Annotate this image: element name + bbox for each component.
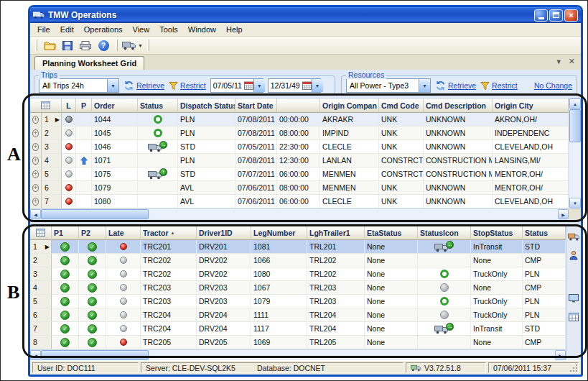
order-row-1044[interactable]: +1▶1044PLN07/08/201100:00:00AKRAKRUNKUNK… (30, 113, 569, 127)
order-row-1080[interactable]: +71080AVL07/06/201106:00:00CLECLEUNKUNKN… (30, 195, 569, 208)
column-p[interactable]: P (76, 98, 92, 113)
truck-menu-button[interactable]: ▼ (122, 38, 143, 53)
scrollbar-thumb[interactable] (569, 109, 581, 142)
column-driver1id[interactable]: Driver1ID (197, 226, 251, 240)
column-status[interactable]: Status (138, 98, 178, 113)
menu-edit[interactable]: Edit (55, 24, 79, 35)
scroll-down-icon[interactable]: ▼ (569, 198, 581, 208)
trip-row-TRC205-1069[interactable]: 8✓✓TRC205DRV2051069TRL205NoneNoneCMP (30, 336, 566, 349)
chevron-down-icon[interactable]: ▼ (253, 79, 265, 92)
scrollbar-thumb[interactable] (41, 209, 149, 219)
green-ring-icon (154, 115, 162, 124)
trip-row-TRC204-1111[interactable]: 6✓✓TRC204DRV2041111TRL204NoneTruckOnlyPL… (30, 308, 566, 322)
expand-button[interactable]: + (30, 113, 42, 127)
print-button[interactable] (78, 38, 93, 53)
driver-icon[interactable] (567, 249, 580, 262)
server-text: Server: CLE-DEV-SQL2K5 (146, 364, 235, 372)
resources-restrict-link[interactable]: Restrict (480, 81, 518, 91)
trip-row-TRC204-1117[interactable]: 7✓✓TRC204DRV2041117TRL204None→InTransitS… (30, 322, 566, 336)
grid-a-vertical-scrollbar[interactable]: ▲ ▼ (569, 98, 581, 208)
no-change-link[interactable]: No Change (534, 81, 572, 90)
column-status[interactable]: Status (523, 226, 566, 240)
column-etastatus[interactable]: EtaStatus (365, 226, 418, 240)
open-button[interactable] (42, 38, 57, 53)
scroll-right-icon[interactable]: ▶ (558, 209, 569, 219)
column-start-time[interactable] (277, 98, 320, 113)
column-cmd-description[interactable]: Cmd Description (424, 98, 493, 113)
order-row-1071[interactable]: +41071PLN07/08/201112:30:00LANLANCONSTRC… (30, 154, 569, 167)
trips-filter-select[interactable]: All Trips 24h ▼ (39, 78, 119, 93)
column-legnumber[interactable]: LegNumber (251, 226, 307, 240)
order-row-1046[interactable]: +31046→STD07/05/201122:30:00CLECLEUNKUNK… (30, 140, 569, 154)
expand-button[interactable]: + (30, 195, 42, 208)
row-number: 3 (42, 140, 62, 154)
resources-retrieve-link[interactable]: Retrieve (435, 81, 476, 91)
column-origin-city[interactable]: Origin City (493, 98, 569, 113)
trips-restrict-link[interactable]: Restrict (169, 81, 206, 91)
chevron-down-icon[interactable]: ▼ (312, 79, 323, 92)
scroll-left-icon[interactable]: ◀ (30, 350, 41, 360)
column-p1[interactable]: P1 (52, 226, 79, 240)
column-order[interactable]: Order (92, 98, 138, 113)
maximize-button[interactable] (549, 9, 563, 22)
scrollbar-thumb[interactable] (41, 350, 149, 360)
column-origin-company[interactable]: Origin Compan (320, 98, 379, 113)
chevron-down-icon[interactable]: ▼ (107, 79, 118, 92)
minimize-button[interactable] (534, 9, 548, 22)
scroll-left-icon[interactable]: ◀ (30, 209, 41, 219)
trip-row-TRC202-1080[interactable]: 3✓✓TRC202DRV2021080TRL202NoneTruckOnlyPL… (30, 267, 566, 281)
order-row-1045[interactable]: +21045PLN07/08/201108:00:00IMPINDUNKUNKN… (30, 127, 569, 140)
trip-row-TRC203-1067[interactable]: 4✓✓TRC203DRV2031067TRL203NoneNoneCMP (30, 281, 566, 295)
select-all-button[interactable] (30, 226, 52, 240)
close-button[interactable]: × (564, 9, 578, 22)
resources-filter-select[interactable]: All Power - Type3 ▼ (346, 78, 431, 93)
trips-retrieve-link[interactable]: Retrieve (123, 81, 164, 91)
trip-row-TRC201-1081[interactable]: 1▶✓✓TRC201DRV2011081TRL201None→InTransit… (30, 240, 566, 254)
end-date-picker[interactable]: 12/31/49 ▼ (268, 78, 321, 93)
resize-grip[interactable] (576, 370, 577, 372)
column-lghtrailer1[interactable]: LghTrailer1 (307, 226, 365, 240)
column-late[interactable]: Late (106, 226, 141, 240)
tab-close-icon[interactable]: ✕ (569, 57, 575, 66)
menu-operations[interactable]: Operations (79, 24, 128, 35)
menu-help[interactable]: Help (221, 24, 248, 35)
expand-button[interactable]: + (30, 140, 42, 154)
help-button[interactable]: ? (95, 38, 111, 53)
column-p2[interactable]: P2 (79, 226, 106, 240)
stopstatus-cell: TruckOnly (471, 267, 523, 281)
assign-truck-icon[interactable] (567, 230, 580, 243)
order-row-1075[interactable]: +51075↑STD07/07/201106:00:00MENMENCONSTR… (30, 167, 569, 181)
menu-view[interactable]: View (128, 24, 155, 35)
expand-button[interactable]: + (30, 181, 42, 195)
expand-button[interactable]: + (30, 154, 42, 167)
column-l[interactable]: L (62, 98, 76, 113)
column-statusicon[interactable]: StatusIcon (418, 226, 471, 240)
scroll-right-icon[interactable]: ▶ (555, 350, 566, 360)
column-tractor[interactable]: Tractor▲ (141, 226, 197, 240)
menu-window[interactable]: Window (183, 24, 221, 35)
column-cmd-code[interactable]: Cmd Code (379, 98, 424, 113)
column-start-date[interactable]: Start Date (235, 98, 277, 113)
column-stopstatus[interactable]: StopStatus (471, 226, 523, 240)
save-button[interactable] (60, 38, 75, 53)
menu-tools[interactable]: Tools (154, 24, 183, 35)
menu-file[interactable]: File (32, 24, 55, 35)
column-dispatch-status[interactable]: Dispatch Status (178, 98, 235, 113)
grid-b-horizontal-scrollbar[interactable]: ◀ ▶ (30, 349, 566, 360)
trip-row-TRC202-1066[interactable]: 2✓✓TRC202DRV2021066TRL202NoneNoneCMP (30, 254, 566, 267)
select-all-button[interactable] (30, 98, 62, 113)
late-cell (106, 308, 141, 322)
monitor-icon[interactable] (567, 292, 580, 305)
status-cell: PLN (523, 308, 566, 322)
expand-button[interactable]: + (30, 167, 42, 181)
trip-row-TRC203-1079[interactable]: 5✓✓TRC203DRV2031079TRL203NoneTruckOnlyPL… (30, 295, 566, 308)
table-icon[interactable] (567, 311, 580, 323)
scroll-up-icon[interactable]: ▲ (569, 98, 581, 109)
chevron-down-icon[interactable]: ▼ (419, 79, 430, 92)
expand-button[interactable]: + (30, 127, 42, 140)
order-row-1079[interactable]: +61079AVL07/06/201108:00:00MENMENUNKUNKN… (30, 181, 569, 195)
grid-a-horizontal-scrollbar[interactable]: ◀ ▶ (30, 208, 569, 219)
tab-dropdown-icon[interactable]: ▼ (556, 58, 562, 65)
start-date-picker[interactable]: 07/05/11 ▼ (210, 78, 263, 93)
tab-planning-worksheet-grid[interactable]: Planning Worksheet Grid (34, 56, 144, 70)
